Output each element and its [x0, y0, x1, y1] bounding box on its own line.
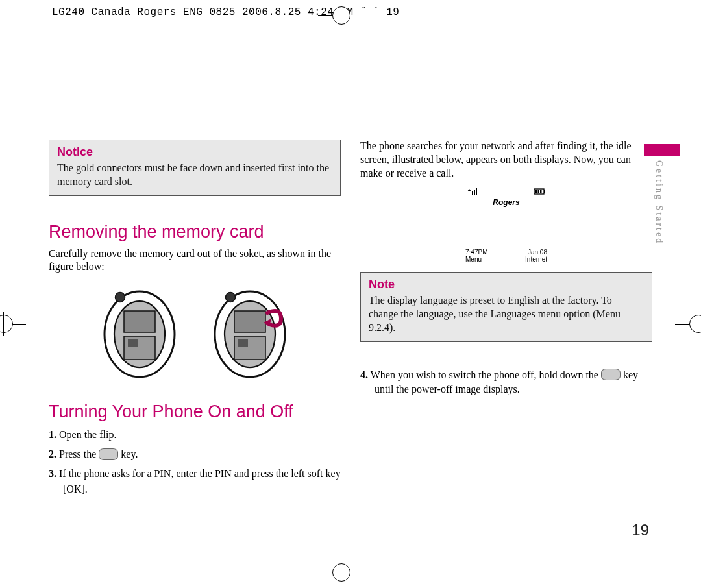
removing-memory-card-body: Carefully remove the memory card out of … [49, 247, 341, 275]
carrier-logo: Rogers [464, 198, 548, 207]
page-content: Getting Started Notice The gold connecto… [49, 45, 652, 556]
section-side-label: Getting Started [654, 160, 664, 245]
phone-illustration-2 [201, 284, 299, 381]
step-2: Press the key. [49, 447, 341, 462]
step-4-text-a: When you wish to switch the phone off, h… [368, 369, 601, 380]
steps-list: Open the flip. Press the key. If the pho… [49, 427, 341, 497]
screen-date: Jan 08 [528, 249, 547, 256]
battery-icon [534, 188, 546, 197]
step-2-text-a: Press the [59, 448, 99, 459]
page-number: 19 [632, 521, 649, 539]
end-key-icon [99, 448, 118, 460]
svg-point-11 [226, 292, 236, 302]
step-4: 4. When you wish to switch the phone off… [360, 368, 652, 397]
notice-title: Notice [57, 145, 332, 159]
heading-removing-memory-card: Removing the memory card [49, 222, 341, 242]
note-title: Note [369, 278, 644, 291]
step-1: Open the flip. [49, 427, 341, 443]
right-intro-paragraph: The phone searches for your network and … [360, 140, 652, 180]
svg-rect-4 [128, 339, 138, 347]
end-key-icon [601, 369, 621, 380]
memory-card-figure [49, 282, 341, 382]
svg-rect-19 [538, 190, 540, 193]
crop-mark-circle [332, 6, 350, 25]
note-box: Note The display language is preset to E… [360, 272, 652, 341]
svg-rect-15 [476, 188, 477, 195]
crop-mark-left [0, 315, 26, 334]
step-2-text-b: key. [121, 448, 138, 459]
screen-time: 7:47PM [465, 249, 487, 256]
svg-rect-8 [234, 311, 265, 332]
svg-rect-20 [540, 190, 542, 193]
step-4-number: 4. [360, 369, 368, 380]
svg-rect-17 [544, 190, 545, 193]
phone-illustration-1 [91, 284, 188, 381]
svg-point-5 [116, 292, 125, 302]
note-body: The display language is preset to Englis… [369, 294, 644, 334]
signal-icon [467, 188, 478, 197]
crop-mark-right [675, 315, 701, 334]
softkey-right: Internet [525, 256, 547, 263]
svg-rect-14 [474, 190, 475, 195]
softkey-left: Menu [465, 256, 482, 263]
notice-body: The gold connectors must be face down an… [57, 162, 332, 189]
idle-screen-illustration: Rogers 7:47PM Jan 08 Menu Internet [464, 188, 548, 263]
crop-mark-bottom [332, 556, 350, 588]
notice-box: Notice The gold connectors must be face … [49, 140, 341, 196]
section-tab [644, 144, 680, 156]
svg-rect-10 [238, 339, 248, 347]
svg-rect-2 [124, 311, 155, 332]
heading-turning-phone-on-off: Turning Your Phone On and Off [49, 402, 341, 422]
step-3: If the phone asks for a PIN, enter the P… [49, 466, 341, 497]
svg-rect-13 [472, 191, 473, 195]
svg-rect-18 [535, 190, 537, 193]
